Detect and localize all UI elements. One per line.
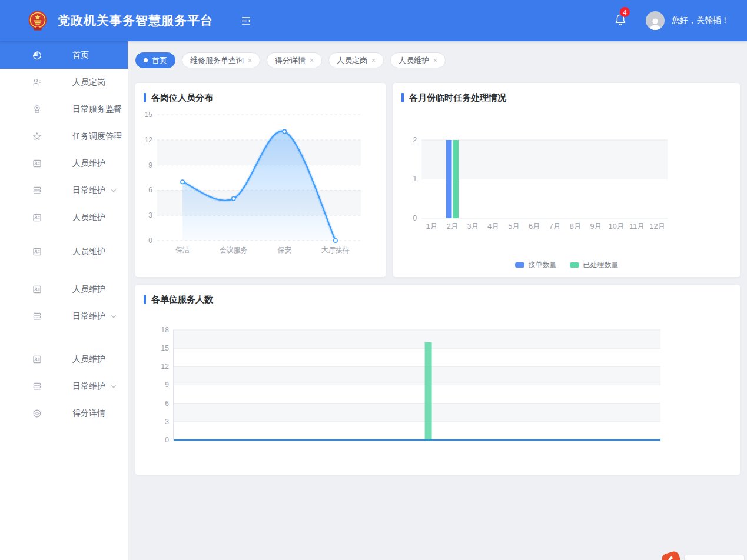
card-position-distribution: 各岗位人员分布 03691215保洁会议服务保安大厅接待 (135, 83, 386, 277)
sidebar-item-label: 人员维护 (72, 212, 105, 223)
sidebar-item-label: 日常维护 (72, 381, 105, 392)
svg-text:6: 6 (165, 399, 169, 408)
tab-2[interactable]: 得分详情× (267, 52, 322, 68)
svg-text:会议服务: 会议服务 (220, 246, 248, 254)
legend-label: 已处理数量 (583, 260, 619, 270)
svg-text:10月: 10月 (609, 222, 625, 231)
tab-4[interactable]: 人员维护× (390, 52, 446, 68)
svg-text:1月: 1月 (426, 222, 438, 231)
bar-chart-unit-service[interactable]: 0369121518 (144, 321, 732, 456)
tab-label: 首页 (152, 55, 167, 66)
sidebar-item-label: 日常维护 (72, 311, 105, 322)
close-tab-icon[interactable]: × (433, 57, 437, 64)
svg-text:9: 9 (165, 381, 169, 389)
card-unit-service-count: 各单位服务人数 0369121518 (135, 285, 740, 475)
sidebar-item-10[interactable]: 人员维护 (0, 339, 128, 346)
svg-text:11月: 11月 (629, 222, 645, 231)
sidebar-item-12[interactable]: 日常维护 (0, 373, 128, 400)
close-tab-icon[interactable]: × (371, 57, 376, 64)
title-accent-bar (144, 93, 146, 102)
line-chart-positions[interactable]: 03691215保洁会议服务保安大厅接待 (144, 104, 377, 272)
avatar[interactable] (646, 11, 665, 30)
idcard-icon (32, 213, 42, 223)
chevron-down-icon (110, 133, 117, 140)
tab-1[interactable]: 维修服务单查询× (182, 52, 260, 68)
corner-logo-icon[interactable] (660, 550, 683, 560)
legend-item-0[interactable]: 接单数量 (515, 260, 557, 270)
sidebar-item-0[interactable]: 首页 (0, 41, 128, 69)
title-accent-bar (144, 295, 146, 304)
svg-text:5月: 5月 (508, 222, 520, 231)
chevron-down-icon (110, 187, 117, 194)
close-tab-icon[interactable]: × (248, 57, 252, 64)
sidebar-item-7[interactable]: 人员维护 (0, 238, 128, 265)
sidebar-item-3[interactable]: 任务调度管理 (0, 123, 128, 150)
sidebar-item-4[interactable]: 人员维护 (0, 150, 128, 177)
dashboard-icon (32, 50, 42, 60)
svg-text:18: 18 (161, 326, 170, 334)
monitor-icon (32, 105, 42, 115)
svg-text:15: 15 (161, 344, 170, 352)
sidebar-item-5[interactable]: 日常维护 (0, 177, 128, 204)
svg-text:9月: 9月 (590, 222, 602, 231)
svg-text:12: 12 (145, 136, 153, 144)
corner-overlay (663, 551, 745, 560)
chevron-down-icon (110, 106, 117, 113)
user-silhouette-icon (648, 17, 662, 30)
sidebar-item-label: 人员定岗 (72, 77, 105, 88)
greeting-text: 您好，关翰韬！ (672, 15, 729, 26)
active-tab-dot (144, 58, 148, 62)
sidebar-item-13[interactable]: 得分详情 (0, 400, 128, 427)
sidebar-item-1[interactable]: 人员定岗 (0, 69, 128, 96)
corner-toolbar[interactable] (684, 555, 745, 560)
app-title: 党政机关事务智慧服务平台 (58, 12, 213, 29)
tab-0[interactable]: 首页 (135, 52, 175, 68)
idcard-icon (32, 355, 42, 365)
close-tab-icon[interactable]: × (310, 57, 314, 64)
sidebar-item-label: 人员维护 (72, 158, 105, 169)
sidebar-item-label: 人员维护 (72, 284, 105, 295)
list-icon (32, 186, 42, 196)
sidebar-item-11[interactable]: 人员维护 (0, 346, 128, 373)
card-title: 各单位服务人数 (144, 293, 732, 306)
list-icon (32, 312, 42, 322)
idcard-icon (32, 247, 42, 257)
svg-text:12: 12 (161, 362, 170, 371)
card-title-text: 各单位服务人数 (151, 294, 213, 305)
svg-text:9: 9 (148, 161, 152, 169)
title-accent-bar (401, 93, 404, 102)
svg-text:3: 3 (148, 211, 152, 219)
national-emblem-logo (27, 10, 48, 31)
sidebar-item-8[interactable]: 人员维护 (0, 276, 128, 303)
svg-text:2月: 2月 (447, 222, 459, 231)
svg-text:3月: 3月 (467, 222, 479, 231)
card-title: 各月份临时任务处理情况 (401, 91, 732, 104)
bar-chart-monthly-tasks[interactable]: 0121月2月3月4月5月6月7月8月9月10月11月12月 (401, 104, 732, 242)
sidebar-item-9[interactable]: 日常维护 (0, 303, 128, 330)
sidebar-item-6[interactable]: 人员维护 (0, 204, 128, 231)
notifications-button[interactable]: 4 (614, 12, 627, 29)
medal-icon (32, 409, 42, 419)
sidebar-item-label: 人员维护 (72, 354, 105, 365)
svg-text:6月: 6月 (529, 222, 540, 231)
svg-text:6: 6 (148, 186, 152, 194)
sidebar-item-label: 日常维护 (72, 185, 105, 196)
header-right: 4 您好，关翰韬！ (614, 11, 729, 30)
notification-badge: 4 (620, 7, 630, 17)
svg-text:4月: 4月 (487, 222, 499, 231)
sidebar-item-label: 首页 (72, 50, 89, 61)
card-title-text: 各月份临时任务处理情况 (409, 92, 506, 104)
sidebar-item-2[interactable]: 日常服务监督 (0, 96, 128, 123)
card-monthly-tasks: 各月份临时任务处理情况 0121月2月3月4月5月6月7月8月9月10月11月1… (393, 83, 740, 277)
chevron-down-icon (110, 313, 117, 320)
tab-3[interactable]: 人员定岗× (328, 52, 384, 68)
legend-label: 接单数量 (529, 260, 557, 270)
svg-text:2: 2 (413, 136, 417, 144)
legend-item-1[interactable]: 已处理数量 (570, 260, 619, 270)
sidebar: 首页人员定岗日常服务监督任务调度管理人员维护日常维护人员维护人员维护人员维护日常… (0, 41, 128, 560)
app-header: 党政机关事务智慧服务平台 4 您好，关翰韬！ (0, 0, 747, 41)
chevron-down-icon (110, 383, 117, 390)
menu-collapse-button[interactable] (241, 16, 251, 25)
card-title-text: 各岗位人员分布 (151, 92, 213, 104)
user-icon (32, 78, 42, 88)
